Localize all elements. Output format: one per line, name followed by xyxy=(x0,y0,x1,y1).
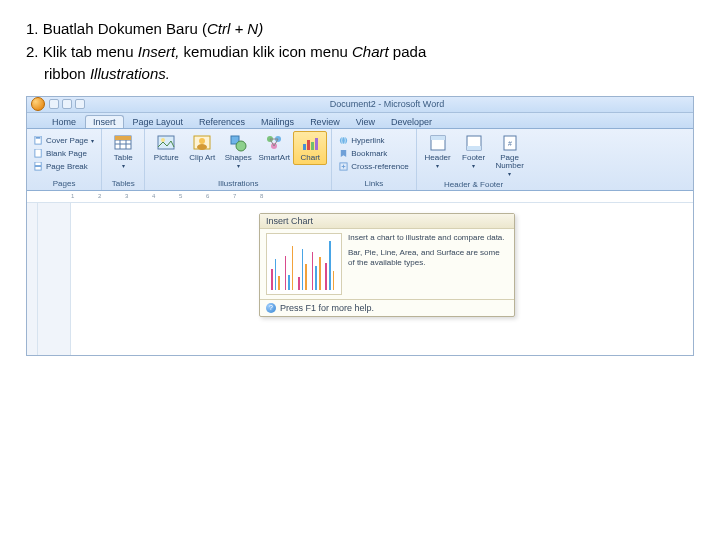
svg-rect-21 xyxy=(303,144,306,150)
quick-access-toolbar xyxy=(49,99,85,109)
help-icon: ? xyxy=(266,303,276,313)
header-icon xyxy=(429,134,447,152)
picture-icon xyxy=(157,134,175,152)
tab-view[interactable]: View xyxy=(349,116,382,128)
titlebar: Document2 - Microsoft Word xyxy=(27,97,693,113)
picture-button[interactable]: Picture xyxy=(149,131,183,165)
svg-point-17 xyxy=(236,141,246,151)
clipart-button[interactable]: Clip Art xyxy=(185,131,219,165)
bookmark-icon xyxy=(339,149,348,158)
svg-text:#: # xyxy=(508,140,512,147)
hyperlink-button[interactable]: Hyperlink xyxy=(336,134,411,147)
tab-review[interactable]: Review xyxy=(303,116,347,128)
ribbon: Cover Page▾ Blank Page Page Break Pages xyxy=(27,129,693,191)
ribbon-tabs: Home Insert Page Layout References Maili… xyxy=(27,113,693,129)
office-button[interactable] xyxy=(31,97,45,111)
group-illustrations: Picture Clip Art Shapes▾ xyxy=(145,129,332,190)
window-title: Document2 - Microsoft Word xyxy=(330,99,444,109)
svg-rect-10 xyxy=(115,136,131,140)
chart-button[interactable]: Chart xyxy=(293,131,327,165)
hyperlink-icon xyxy=(339,136,348,145)
tab-home[interactable]: Home xyxy=(45,116,83,128)
group-pages: Cover Page▾ Blank Page Page Break Pages xyxy=(27,129,102,190)
tooltip-title: Insert Chart xyxy=(260,214,514,229)
qat-undo-icon[interactable] xyxy=(62,99,72,109)
ruler-area: 1 2 3 4 5 6 7 8 Insert Chart Insert a ch… xyxy=(27,191,693,355)
cover-page-button[interactable]: Cover Page▾ xyxy=(31,134,97,147)
svg-rect-29 xyxy=(431,136,445,140)
blank-page-icon xyxy=(34,149,43,158)
shapes-button[interactable]: Shapes▾ xyxy=(221,131,255,172)
table-button[interactable]: Table▾ xyxy=(106,131,140,172)
tooltip-desc-1: Insert a chart to illustrate and compare… xyxy=(348,233,508,243)
tab-mailings[interactable]: Mailings xyxy=(254,116,301,128)
insert-chart-tooltip: Insert Chart Insert a chart to illustrat… xyxy=(259,213,515,317)
tooltip-footer: ? Press F1 for more help. xyxy=(260,299,514,316)
smartart-button[interactable]: SmartArt xyxy=(257,131,291,165)
group-links: Hyperlink Bookmark Cross-reference Links xyxy=(332,129,416,190)
shapes-icon xyxy=(229,134,247,152)
clipart-icon xyxy=(193,134,211,152)
document-area[interactable]: Insert Chart Insert a chart to illustrat… xyxy=(71,203,693,355)
tab-developer[interactable]: Developer xyxy=(384,116,439,128)
header-button[interactable]: Header▾ xyxy=(421,131,455,172)
svg-point-15 xyxy=(197,144,207,150)
svg-rect-24 xyxy=(315,138,318,150)
svg-rect-23 xyxy=(311,142,314,150)
qat-save-icon[interactable] xyxy=(49,99,59,109)
cross-reference-button[interactable]: Cross-reference xyxy=(336,160,411,173)
page-break-button[interactable]: Page Break xyxy=(31,160,97,173)
smartart-icon xyxy=(265,134,283,152)
crossref-icon xyxy=(339,162,348,171)
tooltip-chart-preview xyxy=(266,233,342,295)
svg-rect-1 xyxy=(36,136,41,138)
tab-page-layout[interactable]: Page Layout xyxy=(126,116,191,128)
svg-point-25 xyxy=(340,136,347,143)
footer-icon xyxy=(465,134,483,152)
svg-rect-2 xyxy=(35,149,41,157)
cover-page-icon xyxy=(34,136,43,145)
vertical-ruler[interactable] xyxy=(27,203,71,355)
table-icon xyxy=(114,134,132,152)
chart-icon xyxy=(301,134,319,152)
horizontal-ruler[interactable]: 1 2 3 4 5 6 7 8 xyxy=(27,191,693,203)
group-header-footer: Header▾ Footer▾ # Page Number▾ Header & … xyxy=(417,129,531,190)
page-break-icon xyxy=(34,162,43,171)
tab-references[interactable]: References xyxy=(192,116,252,128)
group-tables: Table▾ Tables xyxy=(102,129,145,190)
footer-button[interactable]: Footer▾ xyxy=(457,131,491,172)
bookmark-button[interactable]: Bookmark xyxy=(336,147,411,160)
svg-rect-31 xyxy=(467,146,481,150)
page-number-icon: # xyxy=(501,134,519,152)
blank-page-button[interactable]: Blank Page xyxy=(31,147,97,160)
svg-point-14 xyxy=(199,138,205,144)
page-number-button[interactable]: # Page Number▾ xyxy=(493,131,527,180)
svg-rect-22 xyxy=(307,140,310,150)
tooltip-desc-2: Bar, Pie, Line, Area, and Surface are so… xyxy=(348,248,508,267)
svg-rect-4 xyxy=(35,166,41,170)
tab-insert[interactable]: Insert xyxy=(85,115,124,128)
word-window: Document2 - Microsoft Word Home Insert P… xyxy=(26,96,694,356)
instruction-text: 1. Buatlah Dokumen Baru (Ctrl + N) 2. Kl… xyxy=(26,18,694,86)
svg-rect-3 xyxy=(35,162,41,166)
qat-redo-icon[interactable] xyxy=(75,99,85,109)
